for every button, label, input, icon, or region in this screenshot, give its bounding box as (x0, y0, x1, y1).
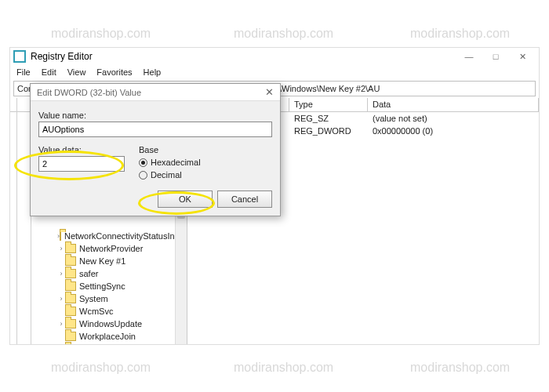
tree-item[interactable]: ›System (10, 292, 175, 305)
value-data-input[interactable] (38, 156, 125, 172)
value-data: 0x00000000 (0) (368, 126, 539, 136)
cancel-label: Cancel (231, 194, 258, 204)
tree-item[interactable]: New Key #1 (10, 255, 175, 267)
window-title: Registry Editor (31, 51, 93, 62)
cancel-button[interactable]: Cancel (217, 191, 272, 208)
value-name-input[interactable] (38, 122, 272, 137)
value-name-label: Value name: (38, 111, 272, 120)
tree-item[interactable]: WcmSvc (10, 305, 175, 318)
radio-hex-label: Hexadecimal (151, 158, 201, 167)
watermark: modiranshop.com (51, 27, 151, 41)
expand-icon: › (57, 292, 65, 305)
tree-item[interactable]: SettingSync (10, 280, 175, 292)
dialog-close-button[interactable]: ✕ (265, 86, 274, 98)
ok-label: OK (179, 194, 191, 204)
menu-favorites[interactable]: Favorites (96, 67, 132, 77)
tree-label: SettingSync (79, 280, 125, 292)
value-type: REG_SZ (289, 114, 368, 123)
tree-item[interactable]: ›WindowsUpdate (10, 318, 175, 330)
folder-icon (65, 319, 76, 328)
value-data-label: Value data: (38, 145, 125, 154)
radio-dec-label: Decimal (151, 170, 182, 180)
minimize-button[interactable]: — (456, 48, 482, 65)
expand-icon: › (57, 242, 65, 255)
folder-icon (65, 281, 76, 291)
folder-icon (65, 244, 76, 253)
tree-label: System (79, 292, 108, 305)
folder-icon (65, 256, 76, 266)
tree-item[interactable]: ›safer (10, 267, 175, 280)
watermark: modiranshop.com (234, 361, 333, 375)
folder-icon (65, 307, 76, 316)
folder-icon (60, 231, 61, 241)
tree-item[interactable]: WSDAPI (10, 343, 175, 344)
menu-view[interactable]: View (67, 67, 86, 77)
menu-edit[interactable]: Edit (42, 67, 56, 77)
tree-item[interactable]: WorkplaceJoin (10, 330, 175, 343)
dialog-title: Edit DWORD (32-bit) Value (37, 88, 141, 97)
close-button[interactable]: ✕ (509, 48, 536, 65)
tree-label: WindowsUpdate (79, 318, 142, 330)
tree-label: WcmSvc (79, 305, 113, 318)
tree-label: safer (79, 267, 98, 280)
tree-label: WorkplaceJoin (79, 330, 136, 343)
tree-item[interactable]: ›NetworkConnectivityStatusIndicator (10, 230, 175, 242)
radio-dec[interactable]: Decimal (139, 170, 201, 180)
tree-label: NetworkConnectivityStatusIndicator (64, 230, 187, 242)
base-label: Base (139, 145, 201, 154)
tree-item[interactable]: ›NetworkProvider (10, 242, 175, 255)
menu-file[interactable]: File (16, 67, 31, 77)
ok-button[interactable]: OK (158, 191, 213, 208)
tree-label: WSDAPI (79, 343, 113, 344)
folder-icon (65, 294, 76, 303)
titlebar: Registry Editor — □ ✕ (10, 48, 539, 65)
menu-help[interactable]: Help (144, 67, 162, 77)
value-type: REG_DWORD (289, 126, 368, 136)
tree-label: NetworkProvider (79, 242, 143, 255)
tree-label: New Key #1 (79, 255, 125, 267)
maximize-button[interactable]: □ (482, 48, 509, 65)
col-type[interactable]: Type (289, 98, 368, 111)
radio-hex[interactable]: Hexadecimal (139, 158, 201, 167)
folder-icon (65, 269, 76, 278)
radio-icon (139, 158, 147, 167)
radio-icon (139, 171, 147, 180)
watermark: modiranshop.com (410, 361, 510, 375)
expand-icon: › (57, 318, 65, 330)
folder-icon (65, 332, 76, 341)
watermark: modiranshop.com (51, 361, 151, 375)
col-data[interactable]: Data (368, 98, 539, 111)
regedit-icon (13, 50, 26, 63)
dialog-titlebar: Edit DWORD (32-bit) Value ✕ (31, 84, 280, 101)
menubar: File Edit View Favorites Help (10, 65, 539, 79)
expand-icon: › (57, 267, 65, 280)
edit-dword-dialog: Edit DWORD (32-bit) Value ✕ Value name: … (30, 83, 281, 216)
watermark: modiranshop.com (234, 27, 333, 41)
value-data: (value not set) (368, 114, 539, 123)
watermark: modiranshop.com (410, 27, 510, 41)
